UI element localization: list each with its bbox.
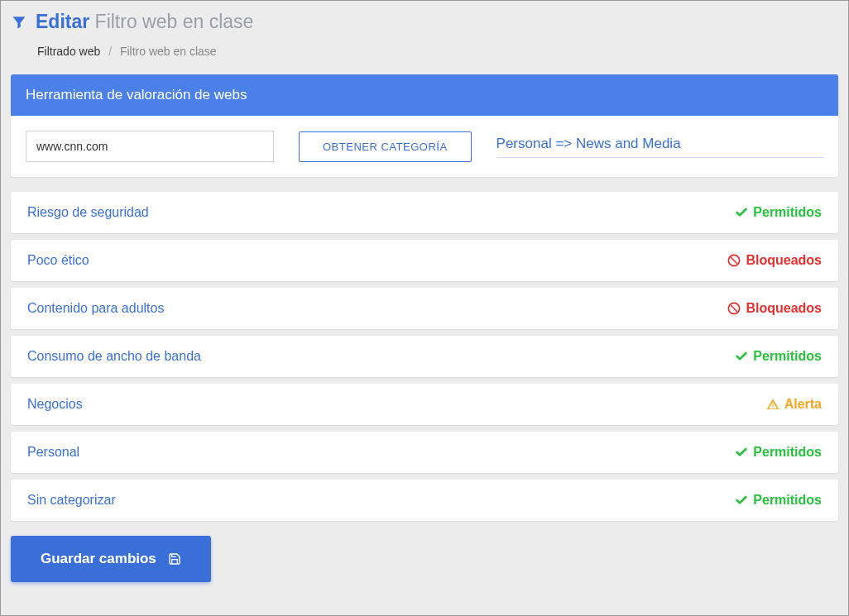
status-label: Permitidos xyxy=(753,349,822,364)
status-label: Bloqueados xyxy=(746,301,822,316)
save-icon xyxy=(168,552,181,566)
check-icon xyxy=(735,494,748,507)
url-input[interactable] xyxy=(26,131,274,162)
get-category-button[interactable]: OBTENER CATEGORÍA xyxy=(299,131,472,162)
category-name: Contenido para adultos xyxy=(27,301,164,316)
save-button-label: Guardar cambios xyxy=(41,551,156,567)
check-icon xyxy=(735,446,748,459)
status-badge: Bloqueados xyxy=(727,253,822,268)
category-name: Personal xyxy=(27,445,79,460)
status-badge: Permitidos xyxy=(735,445,822,460)
status-badge: Permitidos xyxy=(735,349,822,364)
breadcrumb-current: Filtro web en clase xyxy=(120,45,217,58)
status-label: Bloqueados xyxy=(746,253,822,268)
rating-tool-body: OBTENER CATEGORÍA Personal => News and M… xyxy=(11,116,838,177)
rating-tool-panel: Herramienta de valoración de webs OBTENE… xyxy=(11,74,838,177)
category-list: Riesgo de seguridadPermitidosPoco éticoB… xyxy=(11,192,838,521)
page-title: Editar Filtro web en clase xyxy=(36,11,253,33)
status-label: Permitidos xyxy=(753,493,822,508)
block-icon xyxy=(727,302,741,315)
status-badge: Bloqueados xyxy=(727,301,822,316)
breadcrumb-separator: / xyxy=(108,45,112,58)
category-row[interactable]: PersonalPermitidos xyxy=(11,432,838,473)
check-icon xyxy=(735,206,748,219)
category-row[interactable]: Sin categorizarPermitidos xyxy=(11,480,838,521)
category-row[interactable]: Consumo de ancho de bandaPermitidos xyxy=(11,336,838,377)
status-label: Permitidos xyxy=(753,205,822,220)
filter-icon xyxy=(11,14,27,31)
page-title-rest: Filtro web en clase xyxy=(95,11,254,32)
svg-line-3 xyxy=(731,305,737,312)
page-header: Editar Filtro web en clase xyxy=(11,11,838,33)
status-label: Alerta xyxy=(784,397,822,412)
breadcrumb-parent[interactable]: Filtrado web xyxy=(37,45,100,58)
breadcrumb: Filtrado web / Filtro web en clase xyxy=(11,38,838,74)
category-row[interactable]: Riesgo de seguridadPermitidos xyxy=(11,192,838,233)
category-name: Poco ético xyxy=(27,253,89,268)
status-badge: Permitidos xyxy=(735,493,822,508)
category-result: Personal => News and Media xyxy=(496,136,823,158)
category-row[interactable]: NegociosAlerta xyxy=(11,384,838,425)
block-icon xyxy=(727,254,741,267)
status-badge: Alerta xyxy=(766,397,822,412)
rating-tool-header: Herramienta de valoración de webs xyxy=(11,74,838,116)
page-title-strong: Editar xyxy=(36,11,89,32)
status-badge: Permitidos xyxy=(735,205,822,220)
category-row[interactable]: Poco éticoBloqueados xyxy=(11,240,838,281)
category-name: Consumo de ancho de banda xyxy=(27,349,201,364)
category-name: Riesgo de seguridad xyxy=(27,205,149,220)
category-name: Negocios xyxy=(27,397,83,412)
status-label: Permitidos xyxy=(753,445,822,460)
category-name: Sin categorizar xyxy=(27,493,116,508)
warning-icon xyxy=(766,398,779,411)
svg-line-1 xyxy=(731,257,737,264)
category-row[interactable]: Contenido para adultosBloqueados xyxy=(11,288,838,329)
save-button[interactable]: Guardar cambios xyxy=(11,536,211,582)
check-icon xyxy=(735,350,748,363)
